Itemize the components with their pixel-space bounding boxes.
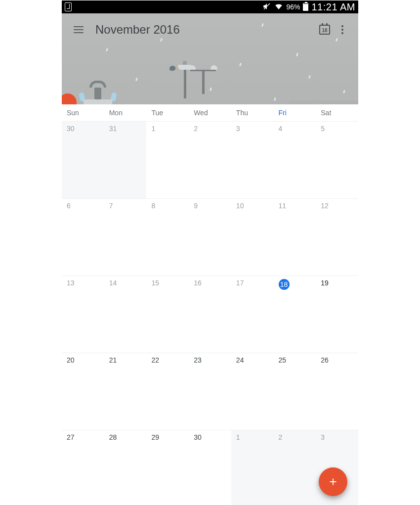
day-cell[interactable]: 12 (316, 198, 358, 275)
day-number: 12 (321, 202, 330, 210)
day-cell[interactable]: 6 (62, 198, 104, 275)
day-number: 27 (67, 433, 76, 441)
day-number: 6 (67, 202, 76, 210)
device-frame: 96% 11:21 AM (0, 0, 420, 505)
day-cell[interactable]: 30 (62, 121, 104, 198)
day-cell[interactable]: 15 (146, 275, 189, 353)
day-cell[interactable]: 8 (146, 198, 189, 275)
day-cell[interactable]: 25 (274, 353, 316, 430)
day-number: 7 (109, 202, 118, 210)
weekday-header: Thu (231, 104, 274, 121)
weekday-header: Wed (189, 104, 231, 121)
page-title[interactable]: November 2016 (95, 23, 180, 37)
day-number: 21 (109, 356, 118, 364)
day-number: 2 (194, 125, 203, 133)
day-cell[interactable]: 17 (231, 275, 274, 353)
day-number: 25 (279, 356, 288, 364)
day-cell[interactable]: 24 (231, 353, 274, 430)
day-cell[interactable]: 19 (316, 275, 358, 353)
day-cell[interactable]: 3 (231, 121, 274, 198)
day-cell[interactable]: 10 (231, 198, 274, 275)
day-cell[interactable]: 27 (62, 430, 104, 505)
status-bar: 96% 11:21 AM (62, 0, 358, 13)
add-event-fab[interactable] (319, 467, 347, 496)
day-cell[interactable]: 21 (104, 353, 147, 430)
day-cell[interactable]: 23 (189, 353, 231, 430)
header-illustration: November 2016 18 (62, 13, 358, 104)
day-number: 3 (236, 125, 245, 133)
day-number: 28 (109, 433, 118, 441)
day-cell[interactable]: 26 (316, 353, 358, 430)
day-number: 23 (194, 356, 203, 364)
day-cell[interactable]: 16 (189, 275, 231, 353)
day-cell[interactable]: 22 (146, 353, 189, 430)
day-number: 9 (194, 202, 203, 210)
day-number: 14 (109, 279, 118, 287)
weekday-header-row: SunMonTueWedThuFriSat (62, 104, 358, 121)
app-bar: November 2016 18 (62, 13, 358, 46)
day-cell[interactable]: 5 (316, 121, 358, 198)
status-clock: 11:21 AM (311, 1, 355, 13)
weekday-header: Fri (274, 104, 316, 121)
day-number: 19 (321, 279, 330, 287)
notification-icon (65, 2, 72, 11)
weekday-header: Mon (104, 104, 147, 121)
menu-button[interactable] (69, 20, 88, 40)
today-button[interactable]: 18 (316, 21, 334, 39)
bird-illustration (169, 66, 175, 71)
day-cell[interactable]: 20 (62, 353, 104, 430)
day-number: 5 (321, 125, 330, 133)
umbrella-illustration (62, 93, 77, 104)
day-number: 2 (279, 433, 288, 441)
day-number: 15 (151, 279, 160, 287)
screen: 96% 11:21 AM (62, 0, 358, 505)
lamppost-illustration (178, 65, 192, 104)
weekday-header: Sat (316, 104, 358, 121)
day-cell[interactable]: 9 (189, 198, 231, 275)
day-cell[interactable]: 31 (104, 121, 147, 198)
day-number: 16 (194, 279, 203, 287)
day-number: 13 (67, 279, 76, 287)
day-number: 26 (321, 356, 330, 364)
day-number: 8 (151, 202, 160, 210)
day-cell[interactable]: 13 (62, 275, 104, 353)
day-cell[interactable]: 28 (104, 430, 147, 505)
building-illustration (289, 100, 358, 104)
day-number: 31 (109, 125, 118, 133)
day-number: 17 (236, 279, 245, 287)
day-number: 24 (236, 356, 245, 364)
mute-icon (262, 2, 271, 12)
day-cell[interactable]: 30 (189, 430, 231, 505)
day-number: 11 (279, 202, 288, 210)
day-number: 1 (236, 433, 245, 441)
lamppost-double-illustration (190, 70, 216, 104)
day-number: 29 (151, 433, 160, 441)
day-number: 3 (321, 433, 330, 441)
fountain-illustration (81, 80, 115, 104)
day-cell[interactable]: 1 (146, 121, 189, 198)
day-cell[interactable]: 18 (274, 275, 316, 353)
battery-icon (303, 3, 308, 11)
weekday-header: Sun (62, 104, 104, 121)
day-number: 1 (151, 125, 160, 133)
plus-icon (328, 476, 338, 487)
day-number: 22 (151, 356, 160, 364)
day-cell[interactable]: 4 (274, 121, 316, 198)
day-number: 20 (67, 356, 76, 364)
day-cell[interactable]: 2 (189, 121, 231, 198)
battery-percent: 96% (286, 3, 300, 11)
day-number: 10 (236, 202, 245, 210)
day-cell[interactable]: 14 (104, 275, 147, 353)
month-grid: 3031123456789101112131415161718192021222… (62, 121, 358, 505)
wifi-icon (274, 2, 283, 12)
weekday-header: Tue (146, 104, 189, 121)
day-cell[interactable]: 1 (231, 430, 274, 505)
day-cell[interactable]: 2 (274, 430, 316, 505)
day-cell[interactable]: 11 (274, 198, 316, 275)
day-number: 30 (194, 433, 203, 441)
overflow-menu-button[interactable] (334, 21, 351, 39)
day-cell[interactable]: 29 (146, 430, 189, 505)
day-number: 4 (279, 125, 288, 133)
day-number: 30 (67, 125, 76, 133)
day-cell[interactable]: 7 (104, 198, 147, 275)
